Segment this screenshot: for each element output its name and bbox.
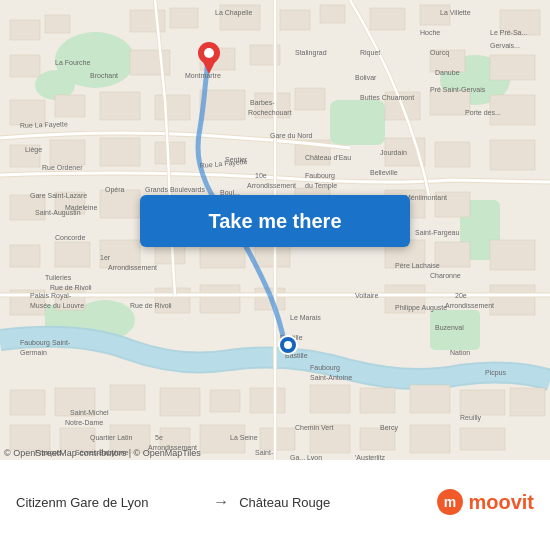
svg-text:Hoche: Hoche [420,29,440,36]
svg-rect-28 [155,95,190,120]
svg-text:Rochechouart: Rochechouart [248,109,292,116]
svg-rect-50 [55,242,90,267]
svg-text:1er: 1er [100,254,111,261]
svg-rect-75 [510,388,545,416]
svg-text:20e: 20e [455,292,467,299]
to-label: Château Rouge [239,495,426,510]
svg-text:Saint-Fargeau: Saint-Fargeau [415,229,459,237]
svg-rect-15 [320,5,345,23]
svg-rect-33 [430,90,470,115]
svg-text:La Villette: La Villette [440,9,471,16]
svg-rect-76 [10,425,50,450]
svg-text:Père Lachaise: Père Lachaise [395,262,440,269]
moovit-logo: m moovit [436,488,534,516]
svg-text:Ourcq: Ourcq [430,49,449,57]
svg-text:10e: 10e [255,172,267,179]
svg-text:Arrondissement: Arrondissement [247,182,296,189]
svg-text:Gare du Nord: Gare du Nord [270,132,313,139]
svg-rect-61 [200,285,240,313]
svg-text:Faubourg: Faubourg [310,364,340,372]
svg-text:Notre-Dame: Notre-Dame [65,419,103,426]
svg-text:Sentier: Sentier [225,156,248,163]
svg-text:Bolivar: Bolivar [355,74,377,81]
svg-rect-41 [435,142,470,167]
svg-text:Arrondissement: Arrondissement [108,264,157,271]
svg-rect-26 [55,95,85,117]
svg-text:Le Pré-Sa...: Le Pré-Sa... [490,29,527,36]
svg-text:Charonne: Charonne [430,272,461,279]
svg-rect-14 [280,10,310,30]
svg-rect-9 [10,20,40,40]
svg-text:Saint-Antoine: Saint-Antoine [310,374,352,381]
svg-text:Rue de Rivoli: Rue de Rivoli [50,284,92,291]
svg-rect-70 [250,388,285,413]
svg-rect-19 [10,55,40,77]
footer: Citizenm Gare de Lyon → Château Rouge m … [0,460,550,550]
svg-text:Gervais...: Gervais... [490,42,520,49]
svg-text:Reuilly: Reuilly [460,414,482,422]
from-label: Citizenm Gare de Lyon [16,495,203,510]
svg-rect-56 [435,242,470,267]
svg-text:du Temple: du Temple [305,182,337,190]
svg-text:Voltaire: Voltaire [355,292,378,299]
svg-rect-12 [170,8,198,28]
svg-rect-67 [110,385,145,410]
svg-text:Belleville: Belleville [370,169,398,176]
svg-text:Château d'Eau: Château d'Eau [305,154,351,161]
svg-text:'Austerlitz: 'Austerlitz [355,454,386,460]
svg-text:Grands Boulevards: Grands Boulevards [145,186,205,193]
svg-text:Madeleine: Madeleine [65,204,97,211]
svg-text:Rue de Rivoli: Rue de Rivoli [130,302,172,309]
svg-rect-74 [460,390,505,415]
svg-rect-45 [100,190,140,218]
svg-text:Chemin Vert: Chemin Vert [295,424,334,431]
svg-text:La Chapelle: La Chapelle [215,9,252,17]
svg-text:Musée du Louvre: Musée du Louvre [30,302,84,309]
svg-text:Barbes-: Barbes- [250,99,275,106]
svg-rect-73 [410,385,450,413]
origin-pin [198,42,220,78]
svg-text:Concorde: Concorde [55,234,85,241]
svg-text:Quartier Latin: Quartier Latin [90,434,133,442]
svg-text:m: m [444,494,456,510]
svg-rect-64 [490,285,535,315]
svg-text:Brochant: Brochant [90,72,118,79]
moovit-text: moovit [468,491,534,514]
svg-text:Nation: Nation [450,349,470,356]
svg-text:5e: 5e [155,434,163,441]
svg-text:Buttes Chuamont: Buttes Chuamont [360,94,414,101]
svg-text:Porte des...: Porte des... [465,109,501,116]
svg-text:Le Marais: Le Marais [290,314,321,321]
svg-text:Picpus: Picpus [485,369,507,377]
svg-rect-37 [100,138,140,166]
svg-rect-65 [10,390,45,415]
svg-rect-83 [360,428,395,450]
svg-rect-31 [295,88,325,110]
svg-text:Pré Saint-Gervais: Pré Saint-Gervais [430,86,486,93]
svg-rect-84 [410,425,450,453]
svg-text:Gare Saint-Lazare: Gare Saint-Lazare [30,192,87,199]
take-me-there-button[interactable]: Take me there [140,195,410,247]
svg-text:Rue Ordener: Rue Ordener [42,164,83,171]
svg-text:Opéra: Opéra [105,186,125,194]
svg-text:Paul: Paul [256,459,270,460]
svg-rect-27 [100,92,140,120]
svg-rect-24 [490,55,535,80]
route-row: Citizenm Gare de Lyon → Château Rouge m … [16,488,534,516]
svg-text:La Seine: La Seine [230,434,258,441]
map-attribution: © OpenStreetMap contributors | © OpenMap… [4,448,201,458]
svg-text:Saint-Michel: Saint-Michel [70,409,109,416]
svg-rect-72 [360,388,395,413]
svg-text:Tuileries: Tuileries [45,274,72,281]
svg-rect-3 [330,100,385,145]
svg-point-178 [284,341,292,349]
svg-text:Bercy: Bercy [380,424,398,432]
svg-rect-60 [155,288,190,313]
svg-text:Faubourg: Faubourg [305,172,335,180]
svg-rect-85 [460,428,505,450]
svg-text:La Fourche: La Fourche [55,59,91,66]
svg-rect-81 [260,428,295,450]
svg-text:Liège: Liège [25,146,42,154]
svg-text:Jourdain: Jourdain [380,149,407,156]
svg-rect-10 [45,15,70,33]
